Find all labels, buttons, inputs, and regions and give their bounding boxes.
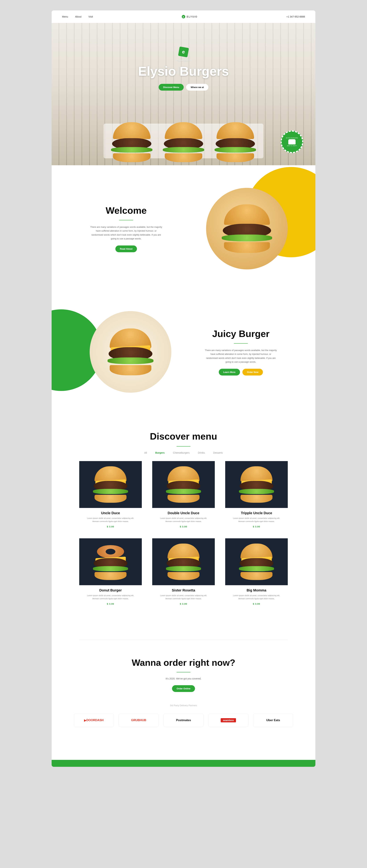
menu-card-desc: Lorem ipsum dolöir sit amet, consectetur… [232,517,281,523]
menu-card-title: Donut Burger [79,588,142,592]
partners-row: ▶ DOORDASH GRUBHUB Postmates seamless Ub… [52,714,315,743]
menu-card-price: $ 3.00 [225,525,288,528]
menu-card-price: $ 3.00 [152,602,215,605]
juicy-section: Juicy Burger There are many variations o… [52,304,315,424]
burger-graphic [108,122,155,162]
menu-tabs: All Burgers Cheeseburgers Drinks Dessert… [62,452,305,454]
burger-graphic [90,544,131,580]
hero-buttons: Discover Menu Where we at [159,84,208,91]
juicy-title: Juicy Burger [194,328,288,339]
divider [176,446,191,446]
tab-desserts[interactable]: Desserts [213,452,223,454]
menu-grid: Uncle Duce Lorem ipsum dolöir sit amet, … [79,461,288,605]
divider [119,220,133,220]
menu-card[interactable]: Uncle Duce Lorem ipsum dolöir sit amet, … [79,461,142,528]
partner-doordash[interactable]: ▶ DOORDASH [74,714,114,727]
welcome-image [206,188,288,270]
top-nav: Menu About Visit e ELYSIO +1 347-952-888… [52,10,315,23]
tab-drinks[interactable]: Drinks [198,452,205,454]
partner-ubereats[interactable]: Uber Eats [253,714,293,727]
phone-number[interactable]: +1 347-952-8888 [286,15,305,18]
nav-link-menu[interactable]: Menu [62,15,68,18]
welcome-title: Welcome [79,205,173,216]
menu-card-desc: Lorem ipsum dolöir sit amet, consectetur… [159,594,208,600]
quality-badge: ELYSIO BURGERS JUICY & TASTY [281,130,303,153]
menu-card-title: Double Uncle Duce [152,511,215,515]
badge-top-text: ELYSIO BURGERS [286,137,298,138]
tab-cheeseburgers[interactable]: Cheeseburgers [173,452,190,454]
since-label: Since 2010 [177,59,190,62]
menu-card-desc: Lorem ipsum dolöir sit amet, consectetur… [86,517,135,523]
badge-bottom-text: JUICY & TASTY [287,145,297,146]
nav-link-about[interactable]: About [75,15,82,18]
separator [79,640,288,640]
menu-title: Discover menu [62,431,305,442]
divider [234,343,248,344]
menu-card-image [79,538,142,585]
footer-bar [52,760,315,767]
logo-text: ELYSIO [187,15,197,18]
cta-section: Wanna order right now? It's 2020. We've … [52,654,315,760]
nav-link-visit[interactable]: Visit [88,15,93,18]
burger-graphic [164,466,203,503]
where-we-at-button[interactable]: Where we at [186,84,208,91]
menu-card[interactable]: Tripple Uncle Duce Lorem ipsum dolöir si… [225,461,288,528]
order-online-button[interactable]: Order Online [172,685,195,692]
burger-graphic [236,466,277,503]
logo-icon: e [182,15,185,19]
menu-card-title: Uncle Duce [79,511,142,515]
page-frame: Menu About Visit e ELYSIO +1 347-952-888… [52,10,315,767]
tab-all[interactable]: All [144,452,147,454]
learn-more-button[interactable]: Learn More [219,369,240,375]
burger-graphic [90,466,131,503]
burger-graphic [212,122,259,162]
cta-title: Wanna order right now? [52,657,315,668]
juicy-text: Juicy Burger There are many variations o… [194,328,288,375]
flag-icon: e [178,46,189,58]
menu-card-image [225,461,288,508]
menu-card-title: Tripple Uncle Duce [225,511,288,515]
order-now-button[interactable]: Order Now [243,369,263,375]
tab-burgers[interactable]: Burgers [156,452,165,454]
partner-grubhub[interactable]: GRUBHUB [119,714,159,727]
menu-section: Discover menu All Burgers Cheeseburgers … [52,424,315,626]
menu-card-price: $ 3.00 [225,602,288,605]
partner-postmates[interactable]: Postmates [164,714,203,727]
cta-subtitle: It's 2020. We've got you covered. [52,677,315,680]
discover-menu-button[interactable]: Discover Menu [159,84,184,91]
juicy-body: There are many variations of passages wo… [204,348,277,364]
hero-section: e Since 2010 Elysio Burgers Discover Men… [52,23,315,165]
menu-card-desc: Lorem ipsum dolöir sit amet, consectetur… [86,594,135,600]
menu-card-title: Sister Rosetta [152,588,215,592]
nav-links: Menu About Visit [62,15,93,18]
burger-graphic [160,122,207,162]
menu-card[interactable]: Double Uncle Duce Lorem ipsum dolöir sit… [152,461,215,528]
divider [176,672,191,672]
welcome-body: There are many variations of passages wo… [90,225,163,241]
hero-burgers [108,122,259,162]
welcome-section: Welcome There are many variations of pas… [52,165,315,304]
burger-graphic [164,544,203,580]
juicy-image [90,311,171,393]
read-about-button[interactable]: Read About [115,245,137,252]
menu-card-image [152,538,215,585]
menu-card-desc: Lorem ipsum dolöir sit amet, consectetur… [159,517,208,523]
menu-card-price: $ 3.00 [79,525,142,528]
menu-card-desc: Lorem ipsum dolöir sit amet, consectetur… [232,594,281,600]
hero-title: Elysio Burgers [138,64,229,79]
menu-card-title: Big Momma [225,588,288,592]
menu-card[interactable]: Big Momma Lorem ipsum dolöir sit amet, c… [225,538,288,605]
welcome-text: Welcome There are many variations of pas… [79,205,173,252]
menu-card[interactable]: Sister Rosetta Lorem ipsum dolöir sit am… [152,538,215,605]
partners-label: 3rd Party Delivery Partners [52,704,315,707]
burger-graphic [218,204,276,253]
menu-card-price: $ 3.00 [79,602,142,605]
menu-card-image [152,461,215,508]
burger-graphic [105,329,157,375]
partner-seamless[interactable]: seamless [208,714,248,727]
menu-card[interactable]: Donut Burger Lorem ipsum dolöir sit amet… [79,538,142,605]
burger-icon [288,139,295,145]
logo[interactable]: e ELYSIO [182,15,197,19]
menu-card-image [79,461,142,508]
menu-card-price: $ 3.00 [152,525,215,528]
